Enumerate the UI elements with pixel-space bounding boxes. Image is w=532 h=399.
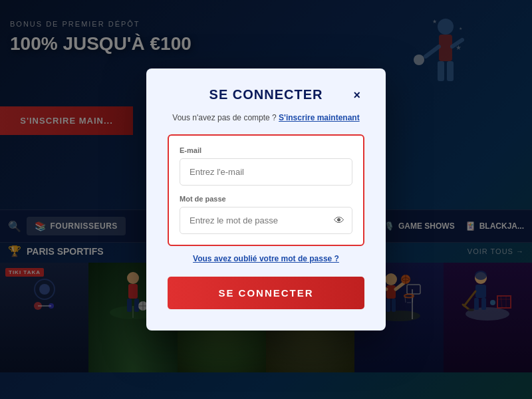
email-label: E-mail xyxy=(180,146,352,154)
toggle-password-icon[interactable]: 👁 xyxy=(334,215,344,227)
modal-close-button[interactable]: × xyxy=(349,87,364,104)
modal-form-container: E-mail Mot de passe 👁 xyxy=(168,134,364,246)
password-form-group: Mot de passe 👁 xyxy=(180,195,352,234)
modal-header: SE CONNECTER × xyxy=(168,87,364,102)
signup-link[interactable]: S'inscrire maintenant xyxy=(279,113,360,122)
password-input-wrapper: 👁 xyxy=(180,207,352,234)
forgot-password-link[interactable]: Vous avez oublié votre mot de passe ? xyxy=(168,254,364,263)
email-input[interactable] xyxy=(180,158,352,186)
password-label: Mot de passe xyxy=(180,195,352,203)
modal-signup-text: Vous n'avez pas de compte ? S'inscrire m… xyxy=(168,113,364,122)
password-input[interactable] xyxy=(180,207,352,234)
login-submit-button[interactable]: SE CONNECTER xyxy=(168,277,364,309)
email-form-group: E-mail xyxy=(180,146,352,186)
login-modal: SE CONNECTER × Vous n'avez pas de compte… xyxy=(146,68,386,331)
modal-title: SE CONNECTER xyxy=(209,87,323,102)
